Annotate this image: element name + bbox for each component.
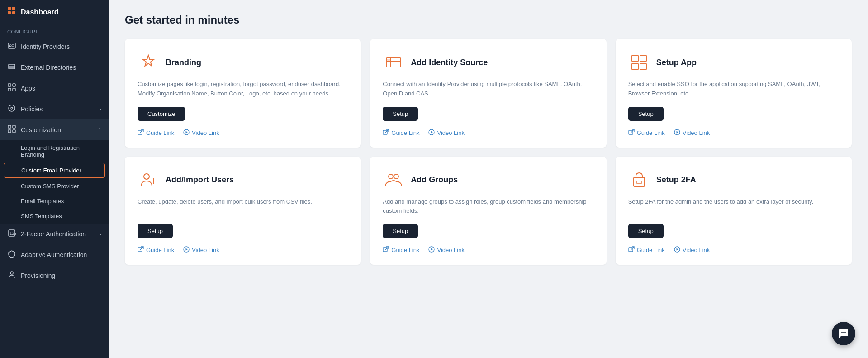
setup-2fa-setup-button[interactable]: Setup: [628, 224, 664, 238]
setup-2fa-video-link[interactable]: Video Link: [674, 246, 710, 254]
card-setup-app-header: Setup App: [628, 52, 839, 73]
sidebar-item-apps-label: Apps: [21, 85, 35, 92]
svg-point-5: [9, 45, 11, 47]
card-setup-2fa: Setup 2FA Setup 2FA for the admin and th…: [616, 157, 852, 265]
card-setup-app-links: Guide Link Video Link: [628, 129, 839, 137]
submenu-custom-sms-provider[interactable]: Custom SMS Provider: [0, 179, 109, 194]
card-add-groups-desc: Add and manage groups to assign roles, g…: [383, 197, 593, 216]
sidebar-item-policies[interactable]: Policies ›: [0, 99, 109, 119]
card-add-groups: Add Groups Add and manage groups to assi…: [370, 157, 606, 265]
chat-fab[interactable]: [832, 322, 855, 345]
svg-rect-11: [8, 84, 11, 86]
svg-rect-31: [387, 59, 390, 61]
identity-source-video-link[interactable]: Video Link: [428, 129, 464, 137]
add-users-setup-button[interactable]: Setup: [138, 224, 173, 238]
submenu-custom-email-provider[interactable]: Custom Email Provider: [4, 163, 105, 178]
card-add-users: Add/Import Users Create, update, delete …: [125, 157, 361, 265]
add-groups-guide-link[interactable]: Guide Link: [383, 246, 419, 254]
setup-2fa-guide-link[interactable]: Guide Link: [628, 246, 665, 254]
branding-customize-button[interactable]: Customize: [138, 107, 185, 121]
svg-rect-59: [629, 248, 633, 252]
svg-rect-1: [12, 7, 15, 10]
svg-rect-18: [13, 125, 15, 128]
svg-rect-0: [8, 7, 11, 10]
identity-source-guide-link[interactable]: Guide Link: [383, 129, 419, 137]
customization-icon: [7, 125, 16, 135]
svg-marker-27: [186, 131, 188, 133]
card-setup-app: Setup App Select and enable SSO for the …: [616, 39, 852, 148]
sidebar-item-apps[interactable]: Apps: [0, 78, 109, 99]
svg-rect-2: [8, 11, 11, 14]
svg-point-51: [389, 174, 393, 179]
add-users-guide-link[interactable]: Guide Link: [138, 246, 174, 254]
2fa-arrow: ›: [100, 231, 101, 237]
card-add-identity-source: Add Identity Source Connect with an Iden…: [370, 39, 606, 148]
external-link-icon-6: [628, 246, 635, 254]
card-add-users-title: Add/Import Users: [166, 175, 234, 185]
sidebar-item-external-directories[interactable]: External Directories: [0, 57, 109, 78]
submenu-login-branding[interactable]: Login and Registration Branding: [0, 140, 109, 162]
submenu-email-templates[interactable]: Email Templates: [0, 194, 109, 209]
customization-submenu: Login and Registration Branding Custom E…: [0, 140, 109, 224]
card-setup-2fa-links: Guide Link Video Link: [628, 246, 839, 254]
svg-rect-8: [9, 64, 15, 69]
svg-rect-53: [383, 248, 387, 252]
svg-rect-32: [383, 130, 387, 134]
card-branding-header: Branding: [138, 52, 348, 73]
svg-point-15: [9, 105, 15, 111]
svg-rect-12: [13, 84, 15, 86]
branding-guide-link[interactable]: Guide Link: [138, 129, 174, 137]
svg-rect-14: [13, 88, 15, 91]
card-add-users-header: Add/Import Users: [138, 169, 348, 191]
svg-rect-47: [138, 248, 142, 252]
external-link-icon: [138, 129, 144, 137]
svg-rect-24: [138, 130, 142, 134]
adaptive-auth-icon: [7, 250, 16, 260]
card-add-users-links: Guide Link Video Link: [138, 246, 348, 254]
card-setup-app-desc: Select and enable SSO for the applicatio…: [628, 80, 839, 99]
sidebar-item-identity-providers[interactable]: Identity Providers: [0, 36, 109, 57]
card-add-groups-header: Add Groups: [383, 169, 593, 191]
card-setup-2fa-header: Setup 2FA: [628, 169, 839, 191]
setup-app-setup-button[interactable]: Setup: [628, 107, 664, 121]
sidebar-item-customization-label: Customization: [21, 126, 61, 134]
card-branding-desc: Customize pages like login, registration…: [138, 80, 348, 99]
svg-rect-57: [634, 177, 645, 186]
setup-app-icon: [628, 52, 650, 73]
card-branding: Branding Customize pages like login, reg…: [125, 39, 361, 148]
svg-rect-13: [8, 88, 11, 91]
svg-rect-37: [640, 55, 646, 62]
sidebar-item-provisioning[interactable]: Provisioning: [0, 265, 109, 286]
cards-grid: Branding Customize pages like login, reg…: [125, 39, 852, 265]
svg-rect-19: [8, 130, 11, 133]
card-setup-2fa-title: Setup 2FA: [656, 175, 696, 185]
add-groups-icon: [383, 169, 404, 191]
add-users-video-link[interactable]: Video Link: [183, 246, 219, 254]
svg-rect-39: [640, 63, 646, 70]
external-directories-icon: [7, 62, 16, 72]
sidebar-item-2fa[interactable]: 123 2-Factor Authentication ›: [0, 224, 109, 244]
sidebar-item-provisioning-label: Provisioning: [21, 272, 55, 279]
sidebar-item-2fa-label: 2-Factor Authentication: [21, 230, 86, 238]
sidebar-header[interactable]: Dashboard: [0, 0, 109, 24]
add-users-icon: [138, 169, 159, 191]
video-icon-2: [428, 129, 435, 137]
setup-app-guide-link[interactable]: Guide Link: [628, 129, 665, 137]
sidebar-item-customization[interactable]: Customization ˅: [0, 119, 109, 140]
branding-video-link[interactable]: Video Link: [183, 129, 219, 137]
sidebar-item-external-directories-label: External Directories: [21, 64, 76, 71]
identity-source-setup-button[interactable]: Setup: [383, 107, 418, 121]
svg-marker-43: [676, 131, 678, 133]
branding-icon: [138, 52, 159, 73]
dashboard-icon: [7, 6, 16, 18]
add-groups-video-link[interactable]: Video Link: [428, 246, 464, 254]
svg-point-52: [394, 174, 398, 179]
sidebar-item-adaptive-auth[interactable]: Adaptive Authentication: [0, 244, 109, 265]
submenu-sms-templates[interactable]: SMS Templates: [0, 209, 109, 224]
page-title: Get started in minutes: [125, 14, 852, 26]
apps-icon: [7, 83, 16, 93]
svg-rect-58: [637, 181, 641, 184]
sidebar-item-adaptive-auth-label: Adaptive Authentication: [21, 251, 87, 258]
setup-app-video-link[interactable]: Video Link: [674, 129, 710, 137]
add-groups-setup-button[interactable]: Setup: [383, 224, 418, 238]
